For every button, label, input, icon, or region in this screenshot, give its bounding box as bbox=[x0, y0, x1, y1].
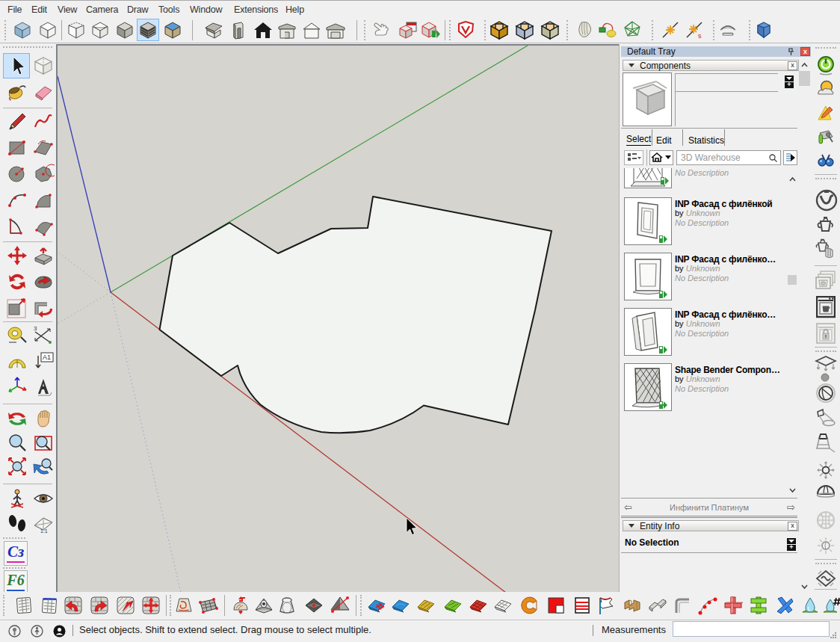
svg-text:3: 3 bbox=[34, 325, 37, 332]
svg-text:1:1: 1:1 bbox=[40, 528, 48, 534]
svg-text:s: s bbox=[698, 32, 702, 40]
svg-text:A1: A1 bbox=[43, 354, 51, 361]
